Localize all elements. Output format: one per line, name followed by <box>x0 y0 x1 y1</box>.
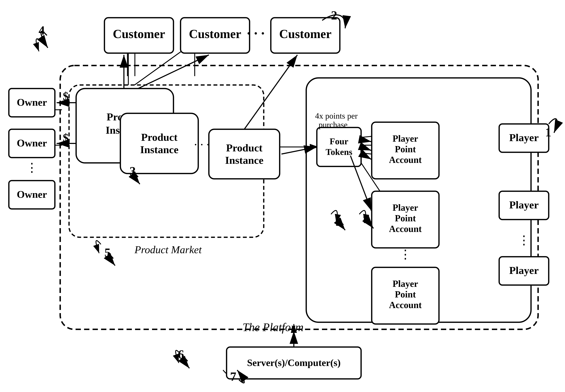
svg-text:Product Market: Product Market <box>134 244 202 255</box>
svg-text:Player: Player <box>393 279 418 289</box>
svg-text:Instance: Instance <box>225 154 263 166</box>
svg-text:Point: Point <box>395 213 416 223</box>
svg-line-77 <box>362 140 371 142</box>
svg-text:⋮: ⋮ <box>26 161 38 174</box>
svg-line-70 <box>138 55 209 88</box>
svg-line-76 <box>281 147 317 154</box>
svg-text:Player: Player <box>393 134 418 144</box>
svg-rect-41 <box>209 129 280 179</box>
svg-line-78 <box>362 147 371 151</box>
svg-text:Player: Player <box>509 199 539 211</box>
svg-text:Player: Player <box>393 203 418 213</box>
svg-text:Customer: Customer <box>279 27 331 41</box>
svg-text:Product: Product <box>141 131 178 143</box>
svg-text:7: 7 <box>230 370 236 383</box>
svg-text:4x points per: 4x points per <box>315 111 358 120</box>
diagram: Customer Customer · · · Customer Owner O… <box>0 0 565 392</box>
svg-text:9: 9 <box>335 215 342 228</box>
svg-text:⋮: ⋮ <box>399 248 412 261</box>
svg-text:2: 2 <box>331 9 337 22</box>
svg-text:The Platform: The Platform <box>243 321 303 334</box>
svg-text:Account: Account <box>389 224 422 234</box>
svg-text:Owner: Owner <box>17 189 47 200</box>
svg-text:Owner: Owner <box>17 137 47 149</box>
svg-text:3: 3 <box>130 164 136 178</box>
svg-text:$: $ <box>63 90 69 102</box>
svg-text:$: $ <box>63 131 69 144</box>
svg-text:Point: Point <box>395 289 416 299</box>
svg-text:Player: Player <box>509 132 539 143</box>
svg-text:Customer: Customer <box>189 27 241 41</box>
svg-text:· · ·: · · · <box>194 138 210 151</box>
svg-text:Owner: Owner <box>17 97 47 108</box>
main-diagram-svg: Customer Customer · · · Customer Owner O… <box>0 0 565 392</box>
svg-text:· · ·: · · · <box>247 26 265 41</box>
svg-text:purchase: purchase <box>319 120 347 129</box>
svg-text:Tokens: Tokens <box>326 147 352 157</box>
svg-text:8: 8 <box>363 212 369 226</box>
svg-text:Account: Account <box>389 300 422 310</box>
svg-text:Four: Four <box>330 136 348 146</box>
svg-line-79 <box>362 154 371 159</box>
svg-text:Server(s)/Computer(s): Server(s)/Computer(s) <box>247 357 341 368</box>
svg-text:Product: Product <box>226 142 262 154</box>
svg-text:4: 4 <box>39 24 45 37</box>
svg-text:⋮: ⋮ <box>518 233 530 247</box>
svg-text:Customer: Customer <box>113 27 165 41</box>
svg-text:Account: Account <box>389 155 422 165</box>
svg-text:Player: Player <box>509 265 539 276</box>
svg-text:6: 6 <box>178 348 184 361</box>
svg-text:1: 1 <box>545 125 551 139</box>
svg-text:5: 5 <box>104 246 111 259</box>
svg-text:Instance: Instance <box>140 144 179 155</box>
svg-text:Point: Point <box>395 144 416 154</box>
